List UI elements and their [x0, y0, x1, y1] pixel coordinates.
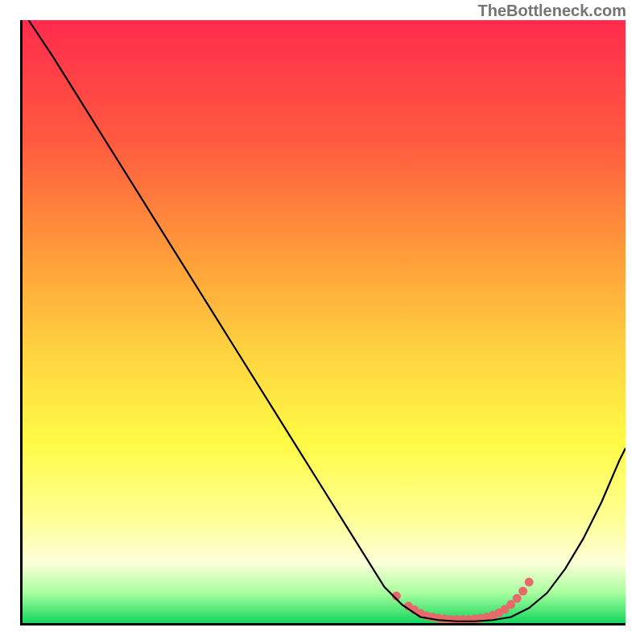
svg-point-20: [513, 594, 522, 603]
bottleneck-curve: [28, 20, 625, 621]
curve-layer: [23, 20, 625, 623]
plot-area: [20, 20, 625, 625]
chart-container: TheBottleneck.com: [0, 0, 644, 644]
svg-point-22: [525, 578, 534, 587]
watermark-text: TheBottleneck.com: [478, 2, 626, 20]
svg-point-21: [518, 587, 527, 596]
